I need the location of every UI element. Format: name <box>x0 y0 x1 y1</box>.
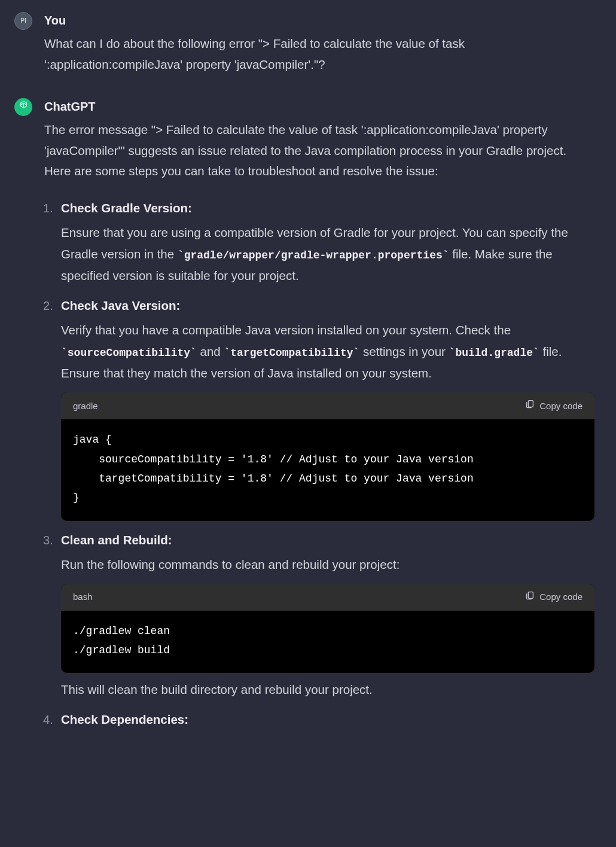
step-desc-after: This will clean the build directory and … <box>61 679 594 700</box>
steps-list: Check Gradle Version: Ensure that you ar… <box>44 199 594 730</box>
assistant-intro-text: The error message "> Failed to calculate… <box>44 120 594 182</box>
copy-code-label: Copy code <box>539 399 583 413</box>
assistant-sender-label: ChatGPT <box>44 97 594 116</box>
code-block-gradle: gradle Copy code java { sourceCom <box>61 392 594 521</box>
inline-code: `gradle/wrapper/gradle-wrapper.propertie… <box>178 249 449 261</box>
assistant-message-body: ChatGPT The error message "> Failed to c… <box>44 97 594 739</box>
code-content[interactable]: ./gradlew clean ./gradlew build <box>61 611 594 674</box>
step-desc: Ensure that you are using a compatible v… <box>61 222 594 287</box>
inline-code: `sourceCompatibility` <box>61 347 197 359</box>
openai-logo-icon <box>18 100 29 114</box>
step-desc: Verify that you have a compatible Java v… <box>61 319 594 384</box>
code-header: bash Copy code <box>61 584 594 611</box>
step-item-3: Clean and Rebuild: Run the following com… <box>44 531 594 700</box>
user-message-body: You What can I do about the following er… <box>44 11 594 75</box>
step-title: Check Java Version: <box>61 298 180 312</box>
copy-code-button[interactable]: Copy code <box>525 398 583 413</box>
step-title: Clean and Rebuild: <box>61 533 172 547</box>
clipboard-icon <box>525 590 535 605</box>
code-header: gradle Copy code <box>61 392 594 419</box>
copy-code-button[interactable]: Copy code <box>525 590 583 605</box>
copy-code-label: Copy code <box>539 590 583 604</box>
user-message: PI You What can I do about the following… <box>14 11 602 75</box>
svg-rect-1 <box>529 592 533 598</box>
user-avatar: PI <box>14 12 32 30</box>
step-title: Check Dependencies: <box>61 712 188 726</box>
code-block-bash: bash Copy code ./gradlew clean ./grad <box>61 584 594 674</box>
assistant-message: ChatGPT The error message "> Failed to c… <box>14 97 602 739</box>
assistant-avatar <box>14 98 32 116</box>
avatar-initials: PI <box>20 16 26 26</box>
svg-rect-0 <box>529 401 533 407</box>
step-desc: Run the following commands to clean and … <box>61 554 594 575</box>
user-message-text: What can I do about the following error … <box>44 33 594 75</box>
inline-code: `targetCompatibility` <box>224 347 359 359</box>
inline-code: `build.gradle` <box>449 347 539 359</box>
step-item-4: Check Dependencies: <box>44 710 594 730</box>
step-title: Check Gradle Version: <box>61 201 192 215</box>
step-item-1: Check Gradle Version: Ensure that you ar… <box>44 199 594 287</box>
code-content[interactable]: java { sourceCompatibility = '1.8' // Ad… <box>61 419 594 521</box>
clipboard-icon <box>525 398 535 413</box>
code-lang-label: bash <box>73 590 93 604</box>
step-item-2: Check Java Version: Verify that you have… <box>44 296 594 521</box>
user-sender-label: You <box>44 11 594 30</box>
code-lang-label: gradle <box>73 399 98 413</box>
